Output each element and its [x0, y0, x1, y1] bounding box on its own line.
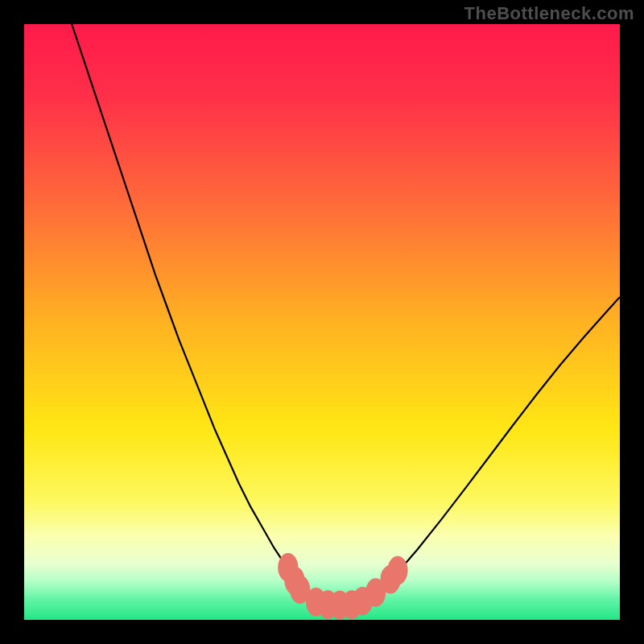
- curve-marker: [387, 556, 407, 585]
- chart-svg: [24, 24, 620, 620]
- watermark-text: TheBottleneck.com: [464, 3, 634, 24]
- chart-frame: { "watermark": "TheBottleneck.com", "cha…: [0, 0, 644, 644]
- plot-area: [24, 24, 620, 620]
- gradient-background: [24, 24, 620, 620]
